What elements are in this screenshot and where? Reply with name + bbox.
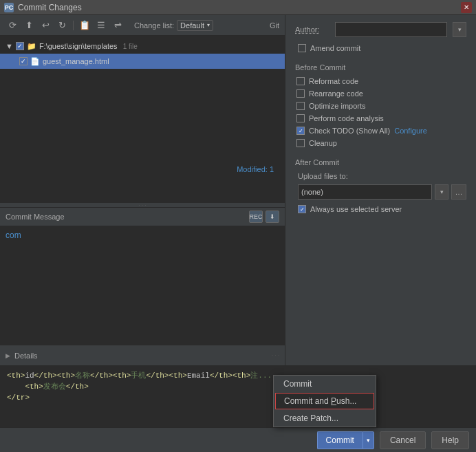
commit-btn-group: Commit ▾ xyxy=(317,431,374,449)
optimize-label: Optimize imports xyxy=(309,102,366,110)
top-area: ⟳ ⬆ ↩ ↻ 📋 ☰ ⇌ Change list: Default ▾ Git… xyxy=(0,15,476,365)
file-checkbox[interactable]: ✓ xyxy=(19,57,28,65)
button-bar: Commit Commit and Push... Create Patch..… xyxy=(0,427,476,452)
code-line-2: <th>发布会</th> xyxy=(7,381,469,392)
title-bar-left: PC Commit Changes xyxy=(4,3,82,12)
author-dropdown-btn[interactable]: ▾ xyxy=(453,22,466,37)
upload-row: ▾ … xyxy=(295,184,466,200)
changelist-label: Change list: xyxy=(134,21,174,30)
commit-message-actions: REC ⬇ xyxy=(249,211,279,223)
dropdown-menu: Commit Commit and Push... Create Patch..… xyxy=(273,375,376,427)
code-line-1: <th>id</th><th>名称</th><th>手机</th><th>Ema… xyxy=(7,370,469,381)
reformat-checkbox[interactable] xyxy=(296,77,305,85)
perform-label: Perform code analysis xyxy=(309,114,384,122)
toolbar-btn-1[interactable]: ⟳ xyxy=(6,19,19,32)
always-use-checkbox[interactable]: ✓ xyxy=(298,205,306,213)
changelist-value: Default xyxy=(180,21,204,30)
close-button[interactable]: ✕ xyxy=(461,2,472,13)
optimize-checkbox[interactable] xyxy=(296,102,305,110)
before-commit-label: Before Commit xyxy=(295,63,466,72)
dropdown-commit[interactable]: Commit xyxy=(274,376,376,392)
rec-button[interactable]: REC xyxy=(249,211,263,223)
author-label: Author: xyxy=(295,25,329,34)
git-label: Git xyxy=(270,21,279,30)
app-icon: PC xyxy=(4,3,14,12)
checktodo-row[interactable]: ✓ Check TODO (Show All) Configure xyxy=(295,127,466,135)
configure-link[interactable]: Configure xyxy=(394,127,427,135)
upload-dropdown-btn[interactable]: ▾ xyxy=(435,184,448,200)
commit-message-area: Commit Message REC ⬇ com xyxy=(0,207,285,345)
cleanup-label: Cleanup xyxy=(309,139,337,147)
dropdown-commit-push[interactable]: Commit and Push... xyxy=(275,393,374,409)
details-drag-handle: · · · xyxy=(272,352,279,358)
toolbar-btn-3[interactable]: ↩ xyxy=(39,19,52,32)
separator-1 xyxy=(73,21,74,30)
reformat-row[interactable]: Reformat code xyxy=(295,77,466,85)
bottom-area: <th>id</th><th>名称</th><th>手机</th><th>Ema… xyxy=(0,365,476,427)
details-section[interactable]: ▶ Details · · · xyxy=(0,345,285,365)
amend-row[interactable]: Amend commit xyxy=(295,44,466,52)
commit-message-input[interactable]: com xyxy=(0,226,285,345)
folder-path: F:\guest\sign\templates xyxy=(39,42,118,50)
author-input[interactable] xyxy=(335,22,447,37)
file-item[interactable]: ✓ 📄 guest_manage.html xyxy=(0,54,285,69)
amend-label: Amend commit xyxy=(310,44,360,52)
details-label: Details xyxy=(14,352,38,360)
folder-collapse-icon: ▼ xyxy=(6,42,13,50)
left-panel: ⟳ ⬆ ↩ ↻ 📋 ☰ ⇌ Change list: Default ▾ Git… xyxy=(0,15,285,365)
always-use-row[interactable]: ✓ Always use selected server xyxy=(295,205,466,213)
folder-item[interactable]: ▼ ✓ 📁 F:\guest\sign\templates 1 file xyxy=(0,39,285,54)
reformat-label: Reformat code xyxy=(309,77,358,85)
cleanup-row[interactable]: Cleanup xyxy=(295,139,466,147)
dropdown-create-patch[interactable]: Create Patch... xyxy=(274,410,376,427)
arrow-down-button[interactable]: ⬇ xyxy=(266,211,279,223)
right-panel: Author: ▾ Amend commit Before Commit Ref… xyxy=(285,15,476,365)
help-button[interactable]: Help xyxy=(431,431,469,449)
optimize-row[interactable]: Optimize imports xyxy=(295,102,466,110)
title-bar: PC Commit Changes ✕ xyxy=(0,0,476,15)
cancel-button[interactable]: Cancel xyxy=(380,431,426,449)
always-use-label: Always use selected server xyxy=(310,205,402,213)
changelist-arrow-icon: ▾ xyxy=(207,22,210,28)
checktodo-checkbox[interactable]: ✓ xyxy=(296,127,305,135)
upload-select[interactable] xyxy=(298,184,432,200)
changelist-dropdown[interactable]: Default ▾ xyxy=(177,20,213,31)
perform-checkbox[interactable] xyxy=(296,114,305,122)
after-commit-label: After Commit xyxy=(295,158,466,166)
amend-checkbox[interactable] xyxy=(298,44,306,52)
author-row: Author: ▾ xyxy=(295,22,466,37)
main-container: ⟳ ⬆ ↩ ↻ 📋 ☰ ⇌ Change list: Default ▾ Git… xyxy=(0,15,476,452)
upload-label: Upload files to: xyxy=(295,172,466,180)
perform-row[interactable]: Perform code analysis xyxy=(295,114,466,122)
folder-checkbox[interactable]: ✓ xyxy=(16,42,24,50)
code-line-3: </tr> xyxy=(7,392,469,403)
commit-message-header: Commit Message REC ⬇ xyxy=(0,208,285,226)
toolbar-btn-4[interactable]: ↻ xyxy=(55,19,69,32)
rearrange-checkbox[interactable] xyxy=(296,89,305,98)
code-view: <th>id</th><th>名称</th><th>手机</th><th>Ema… xyxy=(0,366,476,407)
file-name: guest_manage.html xyxy=(43,57,109,65)
file-icon: 📄 xyxy=(30,57,40,66)
file-tree: ▼ ✓ 📁 F:\guest\sign\templates 1 file ✓ 📄… xyxy=(0,36,285,203)
modified-label: Modified: 1 xyxy=(237,165,279,173)
commit-button[interactable]: Commit xyxy=(317,431,363,449)
rearrange-row[interactable]: Rearrange code xyxy=(295,89,466,98)
toolbar: ⟳ ⬆ ↩ ↻ 📋 ☰ ⇌ Change list: Default ▾ Git xyxy=(0,15,285,36)
checktodo-label: Check TODO (Show All) xyxy=(309,127,390,135)
details-arrow-icon: ▶ xyxy=(6,352,10,359)
cleanup-checkbox[interactable] xyxy=(296,139,305,147)
rearrange-label: Rearrange code xyxy=(309,89,363,98)
toolbar-btn-2[interactable]: ⬆ xyxy=(22,19,36,32)
toolbar-btn-7[interactable]: ⇌ xyxy=(111,19,125,32)
window-title: Commit Changes xyxy=(18,3,82,12)
folder-icon: 📁 xyxy=(27,42,36,51)
toolbar-btn-5[interactable]: 📋 xyxy=(78,19,91,32)
commit-dropdown-button[interactable]: ▾ xyxy=(363,431,374,449)
toolbar-btn-6[interactable]: ☰ xyxy=(94,19,108,32)
upload-more-btn[interactable]: … xyxy=(451,184,466,200)
file-count: 1 file xyxy=(123,43,138,50)
commit-message-label: Commit Message xyxy=(6,213,65,221)
